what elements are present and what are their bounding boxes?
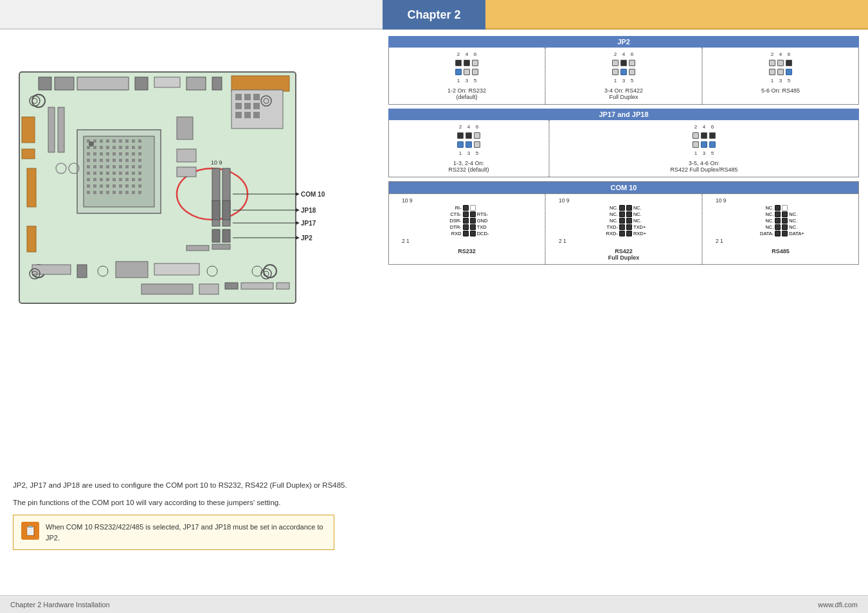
com10-section: COM 10 10 9 RI- CTS- bbox=[388, 181, 859, 265]
jp17-rs232-label: 1-3, 2-4 On:RS232 (default) bbox=[448, 160, 489, 173]
pin-selected bbox=[457, 141, 464, 148]
svg-rect-106 bbox=[212, 200, 220, 220]
svg-rect-1 bbox=[39, 77, 51, 90]
jp17-rs422-rs485-label: 3-5, 4-6 On:RS422 Full Duplex/RS485 bbox=[670, 160, 737, 173]
svg-rect-30 bbox=[125, 146, 129, 149]
svg-rect-47 bbox=[119, 159, 122, 162]
pin bbox=[472, 60, 478, 66]
svg-rect-121 bbox=[241, 283, 273, 289]
com10-rs232-cell: 10 9 RI- CTS- RTS- bbox=[389, 194, 545, 264]
pin bbox=[472, 69, 478, 75]
svg-rect-94 bbox=[132, 191, 135, 194]
svg-rect-64 bbox=[113, 172, 116, 175]
svg-rect-148 bbox=[186, 245, 209, 251]
footer-right: www.dfi.com bbox=[818, 601, 858, 609]
svg-point-96 bbox=[89, 141, 94, 147]
svg-rect-129 bbox=[253, 103, 260, 109]
svg-rect-40 bbox=[132, 152, 135, 155]
svg-rect-80 bbox=[100, 184, 103, 188]
svg-text:JP2: JP2 bbox=[301, 235, 312, 242]
svg-rect-24 bbox=[87, 146, 90, 149]
pin bbox=[464, 60, 470, 66]
svg-rect-70 bbox=[93, 178, 96, 181]
svg-rect-107 bbox=[222, 200, 230, 220]
svg-rect-114 bbox=[116, 262, 148, 278]
svg-rect-23 bbox=[138, 139, 141, 143]
svg-rect-93 bbox=[125, 191, 129, 194]
svg-rect-77 bbox=[138, 178, 141, 181]
svg-rect-119 bbox=[199, 284, 219, 294]
pin bbox=[777, 69, 784, 75]
svg-marker-135 bbox=[296, 192, 300, 196]
jp17-cell-rs232: 2 4 6 1 bbox=[389, 120, 549, 177]
svg-rect-68 bbox=[138, 172, 141, 175]
svg-rect-57 bbox=[125, 165, 129, 168]
pin-selected bbox=[455, 69, 462, 75]
note-box: 📋 When COM 10 RS232/422/485 is selected,… bbox=[13, 515, 334, 550]
svg-rect-53 bbox=[100, 165, 103, 168]
svg-rect-28 bbox=[113, 146, 116, 149]
pin-filled bbox=[463, 205, 469, 211]
svg-rect-90 bbox=[106, 191, 109, 194]
svg-rect-48 bbox=[125, 159, 129, 162]
pin bbox=[464, 69, 470, 75]
svg-rect-150 bbox=[177, 167, 196, 177]
svg-rect-54 bbox=[106, 165, 109, 168]
pin bbox=[777, 60, 784, 66]
svg-rect-128 bbox=[244, 103, 251, 109]
svg-rect-58 bbox=[132, 165, 135, 168]
jp2-cell-rs485: 2 4 6 1 bbox=[703, 48, 858, 104]
jp2-cell-rs422: 2 4 6 1 bbox=[546, 48, 702, 104]
svg-text:COM 10: COM 10 bbox=[301, 191, 325, 198]
svg-rect-83 bbox=[119, 184, 122, 188]
svg-rect-55 bbox=[113, 165, 116, 168]
page-header: Chapter 2 bbox=[0, 0, 868, 30]
svg-rect-21 bbox=[125, 139, 129, 143]
svg-rect-39 bbox=[125, 152, 129, 155]
pin bbox=[612, 60, 619, 66]
svg-rect-79 bbox=[93, 184, 96, 188]
pin bbox=[701, 132, 707, 139]
svg-rect-132 bbox=[253, 112, 260, 118]
svg-rect-8 bbox=[231, 76, 289, 91]
svg-rect-52 bbox=[93, 165, 96, 168]
pin-filled bbox=[470, 224, 476, 230]
pin-selected bbox=[701, 141, 707, 148]
svg-rect-4 bbox=[135, 77, 148, 90]
svg-rect-149 bbox=[177, 149, 196, 162]
pin-row-top bbox=[455, 60, 478, 66]
jp17-cell-rs422-rs485: 2 4 6 1 bbox=[550, 120, 858, 177]
svg-rect-27 bbox=[106, 146, 109, 149]
pin-row-bottom bbox=[455, 69, 478, 75]
note-text: When COM 10 RS232/422/485 is selected, J… bbox=[46, 522, 326, 543]
svg-rect-75 bbox=[125, 178, 129, 181]
svg-rect-43 bbox=[93, 159, 96, 162]
svg-rect-151 bbox=[177, 117, 193, 139]
svg-rect-69 bbox=[87, 178, 90, 181]
svg-rect-44 bbox=[100, 159, 103, 162]
pin bbox=[769, 69, 775, 75]
svg-rect-5 bbox=[154, 77, 180, 87]
svg-rect-49 bbox=[132, 159, 135, 162]
rs485-mode-label: RS485 bbox=[772, 248, 790, 254]
svg-rect-92 bbox=[119, 191, 122, 194]
svg-rect-74 bbox=[119, 178, 122, 181]
svg-rect-65 bbox=[119, 172, 122, 175]
svg-rect-131 bbox=[244, 112, 251, 118]
svg-rect-37 bbox=[113, 152, 116, 155]
svg-rect-110 bbox=[212, 244, 230, 249]
pin-filled bbox=[463, 231, 469, 236]
pin-filled bbox=[470, 211, 476, 217]
jp2-cell-rs232: 2 4 6 1 bbox=[389, 48, 545, 104]
svg-rect-84 bbox=[125, 184, 129, 188]
pin bbox=[629, 69, 635, 75]
svg-rect-108 bbox=[212, 229, 220, 242]
svg-rect-50 bbox=[138, 159, 141, 162]
pin bbox=[620, 60, 627, 66]
svg-rect-63 bbox=[106, 172, 109, 175]
svg-rect-29 bbox=[119, 146, 122, 149]
svg-rect-46 bbox=[113, 159, 116, 162]
pin-filled bbox=[470, 231, 476, 236]
svg-rect-102 bbox=[58, 107, 64, 152]
left-panel: 10 9 COM 10 JP18 JP17 JP2 bbox=[0, 30, 379, 595]
